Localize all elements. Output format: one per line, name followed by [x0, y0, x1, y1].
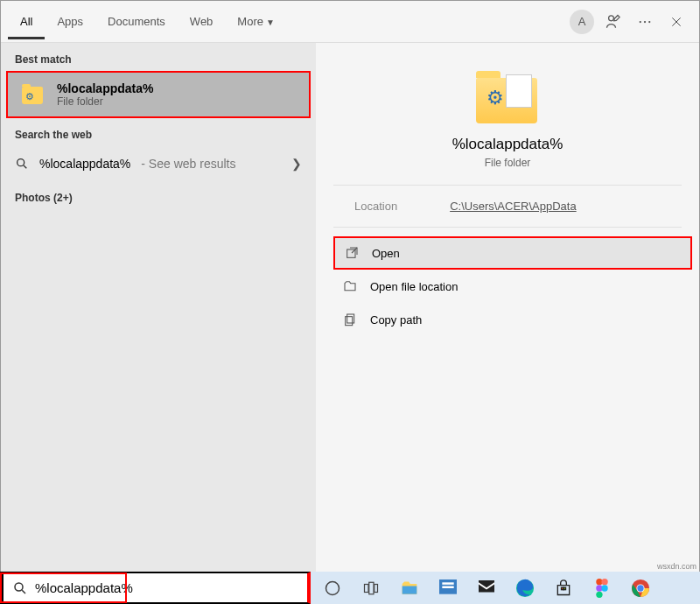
search-web-label: Search the web: [1, 118, 316, 146]
edge-icon[interactable]: [514, 577, 536, 600]
task-view-icon[interactable]: [360, 577, 382, 600]
store-icon[interactable]: [552, 577, 575, 600]
feedback-icon: [605, 13, 622, 31]
svg-rect-6: [347, 314, 354, 323]
svg-rect-16: [479, 580, 494, 593]
location-link[interactable]: C:\Users\ACER\AppData: [450, 200, 577, 213]
svg-rect-19: [564, 587, 566, 590]
tab-documents[interactable]: Documents: [95, 4, 178, 39]
avatar-icon: A: [570, 10, 594, 34]
svg-rect-14: [442, 582, 453, 585]
action-copy-path[interactable]: Copy path: [316, 303, 699, 336]
taskbar-icons: [311, 572, 662, 604]
tab-all[interactable]: All: [8, 4, 45, 39]
gear-icon: ⚙: [25, 91, 34, 102]
watermark: wsxdn.com: [657, 562, 696, 571]
folder-large-icon: ⚙: [476, 69, 539, 123]
photos-label[interactable]: Photos (2+): [1, 181, 316, 209]
folder-outline-icon: [342, 278, 358, 294]
actions-list: Open Open file location Copy path: [316, 236, 699, 336]
cortana-icon[interactable]: [321, 577, 344, 600]
chevron-down-icon: ▼: [266, 18, 275, 27]
mail-icon[interactable]: [475, 577, 498, 600]
close-icon: [670, 16, 682, 28]
open-icon: [344, 245, 360, 261]
svg-rect-15: [442, 586, 453, 588]
ellipsis-icon: [637, 14, 653, 30]
svg-point-0: [609, 15, 614, 20]
action-open-label: Open: [372, 247, 400, 260]
web-suffix-text: - See web results: [141, 157, 235, 171]
web-query-text: %localappdata%: [39, 157, 130, 171]
svg-point-23: [601, 585, 607, 591]
preview-title: %localappdata%: [452, 136, 564, 153]
results-panel: Best match ⚙ %localappdata% File folder …: [1, 43, 316, 572]
taskbar: [0, 572, 700, 604]
tab-more[interactable]: More▼: [225, 4, 287, 39]
result-text: %localappdata% File folder: [57, 81, 153, 108]
search-box[interactable]: [0, 572, 311, 604]
preview-header: ⚙ %localappdata% File folder: [333, 52, 682, 186]
svg-point-21: [601, 579, 607, 585]
svg-rect-12: [374, 584, 378, 592]
filter-tabs: All Apps Documents Web More▼: [8, 4, 287, 39]
tab-apps[interactable]: Apps: [45, 4, 95, 39]
header-bar: All Apps Documents Web More▼ A: [1, 1, 699, 43]
svg-point-8: [15, 583, 23, 591]
svg-rect-11: [369, 582, 374, 594]
copy-icon: [342, 312, 358, 327]
svg-point-27: [637, 585, 643, 591]
search-input[interactable]: [35, 580, 298, 595]
preview-subtitle: File folder: [485, 157, 531, 169]
svg-point-9: [326, 581, 340, 594]
svg-rect-10: [365, 584, 369, 592]
best-match-label: Best match: [1, 43, 316, 71]
feedback-button[interactable]: [598, 6, 629, 38]
chrome-icon[interactable]: [629, 577, 652, 600]
best-match-result[interactable]: ⚙ %localappdata% File folder: [6, 71, 311, 118]
preview-panel: ⚙ %localappdata% File folder Location C:…: [316, 43, 699, 572]
more-options-button[interactable]: [629, 6, 661, 38]
result-title: %localappdata%: [57, 81, 153, 95]
chevron-right-icon: ❯: [291, 157, 302, 171]
action-copy-path-label: Copy path: [370, 313, 422, 327]
close-button[interactable]: [661, 6, 692, 38]
app-icon-1[interactable]: [437, 577, 459, 600]
svg-point-3: [648, 20, 650, 22]
figma-icon[interactable]: [591, 577, 613, 600]
account-avatar[interactable]: A: [566, 6, 598, 38]
gear-icon: ⚙: [486, 87, 504, 109]
svg-point-1: [640, 20, 641, 22]
svg-point-4: [18, 159, 24, 166]
result-subtitle: File folder: [57, 95, 153, 108]
location-label: Location: [354, 200, 397, 213]
svg-point-24: [596, 591, 602, 597]
file-explorer-icon[interactable]: [398, 577, 421, 600]
web-result[interactable]: %localappdata% - See web results ❯: [1, 146, 316, 181]
action-open-location-label: Open file location: [370, 280, 458, 293]
tab-web[interactable]: Web: [178, 4, 226, 39]
action-open-location[interactable]: Open file location: [316, 270, 699, 303]
action-open[interactable]: Open: [333, 236, 692, 270]
search-icon: [15, 157, 29, 171]
svg-rect-7: [346, 317, 353, 326]
svg-point-2: [644, 20, 646, 22]
location-row: Location C:\Users\ACER\AppData: [333, 186, 682, 228]
search-icon: [12, 580, 28, 596]
folder-icon: ⚙: [22, 84, 46, 105]
